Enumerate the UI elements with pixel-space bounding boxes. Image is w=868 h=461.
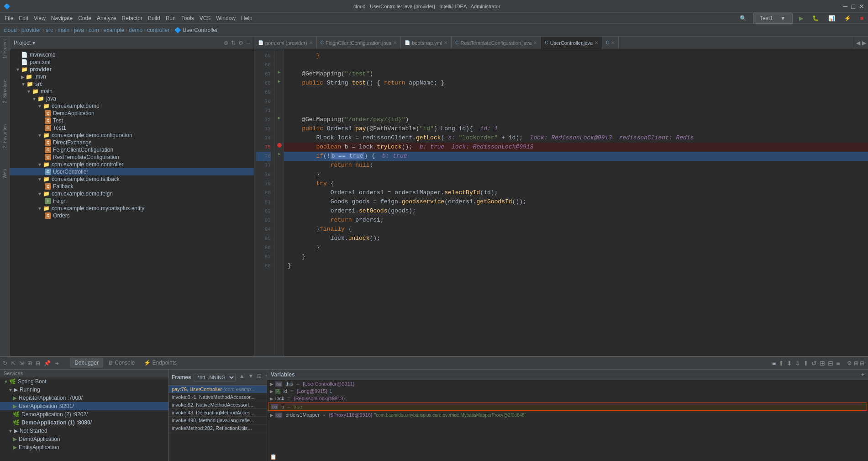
filter-frames-btn[interactable]: ⊟: [256, 372, 263, 382]
service-demoapp[interactable]: ▶ DemoApplication: [0, 435, 168, 443]
eval-btn[interactable]: ⊞: [820, 360, 825, 367]
frame-invoke-method[interactable]: invokeMethod:282, ReflectionUtils...: [169, 424, 267, 432]
frame-btn[interactable]: ⊟: [828, 360, 833, 367]
filter-btn[interactable]: ⊟: [35, 359, 41, 367]
tab-close-icon[interactable]: ✕: [533, 40, 537, 45]
service-demo1[interactable]: 🌿 DemoApplication (1) :8080/: [0, 419, 168, 427]
maximize-btn[interactable]: □: [852, 3, 855, 10]
project-panel-icons[interactable]: ⊕ ⇅ ⚙ ─: [224, 40, 250, 46]
frame-invoke43[interactable]: invoke:43, DelegatingMethodAcces...: [169, 409, 267, 417]
tree-controller[interactable]: ▼ 📁 com.example.demo.controller: [10, 161, 254, 168]
menu-view[interactable]: View: [31, 14, 48, 22]
frame-pay[interactable]: pay:76, UserController (com.examp...: [169, 386, 267, 393]
run-gutter-72[interactable]: ▶: [275, 113, 284, 122]
refresh-btn[interactable]: ↻: [2, 359, 8, 367]
menu-analyze[interactable]: Analyze: [94, 14, 119, 22]
expand-all-btn[interactable]: ⇲: [18, 359, 25, 367]
tree-pom[interactable]: 📄 pom.xml: [10, 58, 254, 66]
tree-mvnw[interactable]: 📄 mvnw.cmd: [10, 51, 254, 58]
run-cursor-btn[interactable]: ↺: [811, 360, 817, 367]
scroll-tab-left[interactable]: ◀: [856, 40, 860, 46]
profile-btn[interactable]: ⚡: [842, 14, 854, 22]
tab-close-icon[interactable]: ✕: [393, 40, 397, 45]
breadcrumb-src[interactable]: src: [46, 27, 53, 33]
add-service-btn[interactable]: +: [53, 359, 61, 368]
step-out-btn[interactable]: ⬆: [803, 360, 809, 367]
menu-code[interactable]: Code: [75, 14, 94, 22]
group-btn[interactable]: ⊞: [26, 359, 33, 367]
tree-src[interactable]: ▼ 📁 src: [10, 80, 254, 88]
frame-invoke0[interactable]: invoke:0:-1, NativeMethodAccessor...: [169, 393, 267, 401]
locate-icon[interactable]: ⊕: [224, 40, 228, 46]
tree-feign[interactable]: I Feign: [10, 197, 254, 205]
add-watch-btn[interactable]: +: [861, 371, 864, 378]
search-everywhere-btn[interactable]: 🔍: [737, 14, 749, 22]
tree-fallback[interactable]: C Fallback: [10, 183, 254, 190]
tree-provider[interactable]: ▼ 📁 provider: [10, 66, 254, 73]
tab-console[interactable]: 🖥 Console: [103, 358, 139, 368]
menu-window[interactable]: Window: [213, 14, 238, 22]
variables-toolbar[interactable]: 📋: [267, 453, 868, 461]
tab-close-icon[interactable]: ✕: [444, 40, 447, 45]
service-demo2[interactable]: 🌿 DemoApplication (2) :9202/: [0, 410, 168, 419]
step-over-btn[interactable]: ⬆: [779, 360, 784, 367]
tree-config[interactable]: ▼ 📁 com.example.demo.configuration: [10, 132, 254, 139]
tree-test1[interactable]: C Test1: [10, 124, 254, 132]
service-notstarted[interactable]: ▼ ▶ Not Started: [0, 427, 168, 435]
down-frame-btn[interactable]: ▼: [247, 372, 255, 382]
tab-bootstrap[interactable]: 📄 bootstrap.yml ✕: [401, 37, 452, 49]
code-lines[interactable]: } @GetMapping("/test") public String tes…: [284, 49, 868, 356]
tab-debugger[interactable]: Debugger: [70, 358, 103, 368]
breadcrumb-java[interactable]: java: [74, 27, 84, 33]
run-gutter-68[interactable]: ▶: [275, 77, 284, 86]
stop-btn[interactable]: ■: [857, 14, 866, 22]
tree-user-controller[interactable]: C UserController: [10, 168, 254, 175]
settings-icon[interactable]: ⊞: [854, 360, 858, 366]
tree-com-demo[interactable]: ▼ 📁 com.example.demo: [10, 102, 254, 110]
menu-bar[interactable]: File Edit View Navigate Code Analyze Ref…: [0, 13, 868, 24]
tab-extra[interactable]: C ✕: [602, 37, 619, 49]
var-orders1mapper[interactable]: ▶ oo orders1Mapper = {$Proxy116@9916} "c…: [267, 411, 868, 419]
panel-right-icons[interactable]: ⚙ ⊞ ⊟: [843, 360, 868, 366]
project-tab[interactable]: 1: Project: [1, 38, 8, 59]
tree-rest-config[interactable]: C RestTemplateConfiguration: [10, 154, 254, 161]
menu-run[interactable]: Run: [163, 14, 179, 22]
run-gutter-67[interactable]: ▶: [275, 68, 284, 77]
run-config-dropdown[interactable]: ▼: [778, 14, 789, 22]
web-tab[interactable]: Web: [1, 168, 8, 179]
close-btn[interactable]: ✕: [859, 3, 864, 10]
var-this[interactable]: ▶ oo this = {UserController@9911}: [267, 380, 868, 387]
tree-mvn[interactable]: ▶ 📁 .mvn: [10, 73, 254, 80]
copy-icon[interactable]: 📋: [270, 454, 277, 460]
editor-content[interactable]: 65 66 67 68 69 70 71 72 73 74 75 76 77 7…: [254, 49, 868, 356]
resume-btn[interactable]: ≡: [772, 360, 776, 367]
tree-direct[interactable]: C DirectExchange: [10, 139, 254, 146]
tab-pom[interactable]: 📄 pom.xml (provider) ✕: [254, 37, 317, 49]
service-entity[interactable]: ▶ EntityApplication: [0, 443, 168, 451]
step-into-btn[interactable]: ⬇: [787, 360, 792, 367]
scroll-tab-right[interactable]: ▶: [862, 40, 866, 46]
menu-tools[interactable]: Tools: [179, 14, 197, 22]
tab-close-icon[interactable]: ✕: [309, 40, 313, 45]
run-btn[interactable]: ▶: [796, 14, 806, 22]
tab-close-icon[interactable]: ✕: [594, 40, 598, 45]
pin-btn[interactable]: 📌: [43, 359, 52, 367]
menu-build[interactable]: Build: [145, 14, 163, 22]
up-frame-btn[interactable]: ▲: [238, 372, 246, 382]
layout-icon[interactable]: ⊟: [860, 360, 864, 366]
collapse-all-btn[interactable]: ⇱: [10, 359, 16, 367]
minimize-btn[interactable]: ─: [843, 3, 848, 10]
var-lock[interactable]: ▶ lock = {RedissonLock@9913}: [267, 395, 868, 402]
tab-rest[interactable]: C RestTemplateConfiguration.java ✕: [452, 37, 541, 49]
tree-feign-pkg[interactable]: ▼ 📁 com.example.demo.feign: [10, 190, 254, 197]
tree-main[interactable]: ▼ 📁 main: [10, 88, 254, 95]
tab-feign[interactable]: C FeignClientConfiguration.java ✕: [317, 37, 401, 49]
services-toolbar[interactable]: ↻ ⇱ ⇲ ⊞ ⊟ 📌 +: [0, 359, 63, 368]
menu-navigate[interactable]: Navigate: [48, 14, 75, 22]
tab-endpoints[interactable]: ⚡ Endpoints: [139, 358, 181, 368]
breadcrumb-demo[interactable]: demo: [129, 27, 142, 33]
favorites-tab[interactable]: 2: Favorites: [1, 123, 8, 149]
service-running[interactable]: ▼ ▶ Running: [0, 386, 168, 394]
var-b[interactable]: oo b = true: [268, 403, 867, 411]
var-id[interactable]: ▶ P id = {Long@9915} 1: [267, 387, 868, 395]
